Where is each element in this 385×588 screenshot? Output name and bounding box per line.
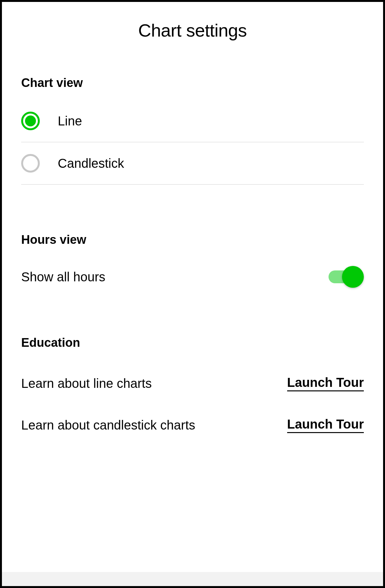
chart-view-option-line[interactable]: Line bbox=[21, 105, 364, 142]
radio-label: Candlestick bbox=[58, 156, 124, 171]
chart-view-section: Chart view Line Candlestick bbox=[21, 76, 364, 185]
show-all-hours-toggle[interactable] bbox=[329, 266, 364, 288]
page-title: Chart settings bbox=[21, 20, 364, 41]
show-all-hours-row: Show all hours bbox=[21, 266, 364, 288]
hours-view-heading: Hours view bbox=[21, 233, 364, 247]
show-all-hours-label: Show all hours bbox=[21, 270, 105, 284]
education-row-line-charts: Learn about line charts Launch Tour bbox=[21, 375, 364, 391]
toggle-knob bbox=[342, 266, 364, 288]
radio-selected-icon bbox=[21, 112, 40, 130]
radio-unselected-icon bbox=[21, 154, 40, 173]
settings-panel: Chart settings Chart view Line Candlesti… bbox=[0, 0, 385, 588]
education-label: Learn about line charts bbox=[21, 376, 152, 391]
education-row-candlestick-charts: Learn about candlestick charts Launch To… bbox=[21, 417, 364, 433]
radio-label: Line bbox=[58, 114, 82, 128]
bottom-bar bbox=[2, 572, 383, 586]
education-label: Learn about candlestick charts bbox=[21, 418, 195, 432]
education-heading: Education bbox=[21, 336, 364, 350]
chart-view-option-candlestick[interactable]: Candlestick bbox=[21, 142, 364, 185]
launch-tour-link-candlestick[interactable]: Launch Tour bbox=[287, 417, 364, 433]
chart-view-heading: Chart view bbox=[21, 76, 364, 90]
launch-tour-link-line[interactable]: Launch Tour bbox=[287, 375, 364, 391]
education-section: Education Learn about line charts Launch… bbox=[21, 336, 364, 433]
hours-view-section: Hours view Show all hours bbox=[21, 233, 364, 288]
